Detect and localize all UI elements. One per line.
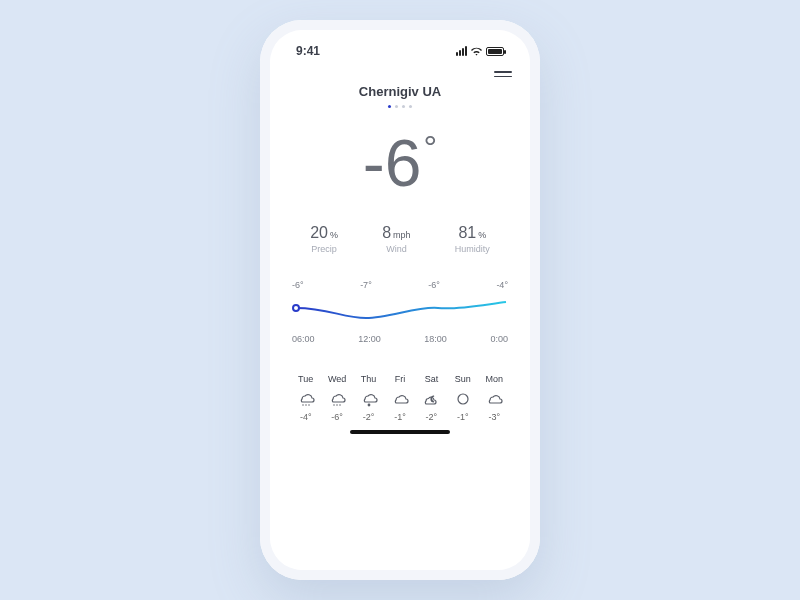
status-indicators [456,46,504,56]
day-label: Sat [416,374,447,384]
weather-icon [321,390,352,408]
location-name: Chernigiv UA [288,84,512,99]
day-temp: -2° [353,412,384,422]
day-label: Sun [447,374,478,384]
wifi-icon [470,47,483,56]
menu-icon[interactable] [494,68,512,80]
location-header[interactable]: Chernigiv UA [288,84,512,108]
day-tue[interactable]: Tue-4° [290,374,321,422]
home-indicator[interactable] [350,430,450,434]
status-time: 9:41 [296,44,320,58]
day-label: Wed [321,374,352,384]
status-bar: 9:41 [288,40,512,62]
svg-point-8 [458,394,468,404]
day-temp: -4° [290,412,321,422]
stat-wind: 8mph Wind [382,224,410,254]
day-temp: -1° [447,412,478,422]
temp-chart [288,294,508,328]
hourly-times-row: 06:00 12:00 18:00 0:00 [288,334,512,344]
day-label: Tue [290,374,321,384]
day-temp: -2° [416,412,447,422]
current-temp: -6° [288,130,512,196]
weather-stats: 20% Precip 8mph Wind 81% Humidity [288,224,512,254]
screen: 9:41 Chernigiv UA -6° 20% Precip [270,30,530,570]
hourly-temps-row: -6° -7° -6° -4° [288,280,512,290]
day-wed[interactable]: Wed-6° [321,374,352,422]
stat-humidity: 81% Humidity [455,224,490,254]
stat-precip: 20% Precip [310,224,338,254]
day-temp: -3° [479,412,510,422]
day-sun[interactable]: Sun-1° [447,374,478,422]
weather-icon [416,390,447,408]
temp-value: -6 [363,126,422,200]
weather-icon [447,390,478,408]
temp-unit: ° [424,128,438,166]
day-label: Thu [353,374,384,384]
page-dots [288,105,512,108]
day-label: Fri [384,374,415,384]
phone-frame: 9:41 Chernigiv UA -6° 20% Precip [260,20,540,580]
signal-icon [456,46,467,56]
weather-icon [353,390,384,408]
day-thu[interactable]: Thu-2° [353,374,384,422]
day-label: Mon [479,374,510,384]
day-sat[interactable]: Sat-2° [416,374,447,422]
daily-forecast[interactable]: Tue-4°Wed-6°Thu-2°Fri-1°Sat-2°Sun-1°Mon-… [288,374,512,422]
weather-icon [384,390,415,408]
day-temp: -1° [384,412,415,422]
day-temp: -6° [321,412,352,422]
battery-icon [486,47,504,56]
weather-icon [290,390,321,408]
hourly-forecast[interactable]: -6° -7° -6° -4° 06:00 12:00 18:00 0:00 [288,280,512,344]
svg-point-7 [368,404,370,406]
day-mon[interactable]: Mon-3° [479,374,510,422]
weather-icon [479,390,510,408]
day-fri[interactable]: Fri-1° [384,374,415,422]
svg-point-0 [293,305,299,311]
top-bar [288,68,512,80]
